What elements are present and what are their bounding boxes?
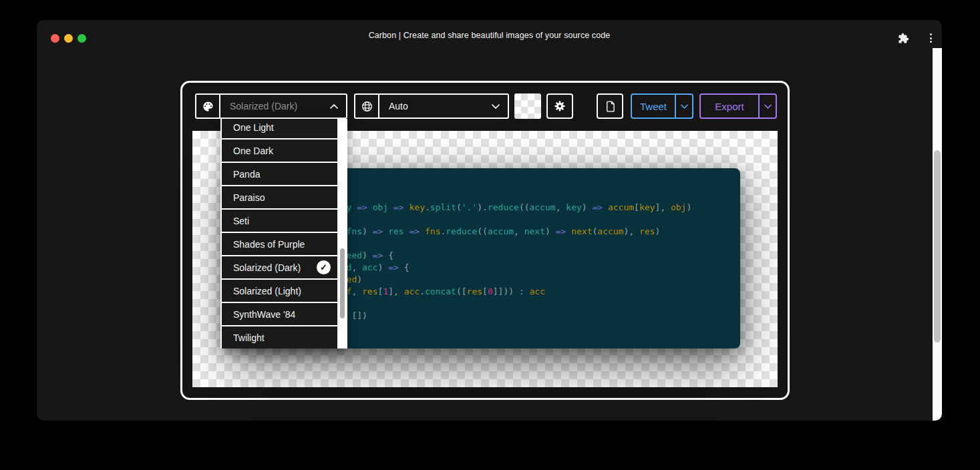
page-scrollbar-thumb[interactable] [934, 150, 941, 342]
settings-gear-icon [554, 100, 566, 112]
theme-dropdown-list: One LightOne DarkPandaParaisoSetiShades … [220, 119, 347, 348]
theme-option[interactable]: Seti [222, 210, 337, 232]
desktop: Carbon | Create and share beautiful imag… [0, 0, 980, 470]
dropdown-scrollbar-track[interactable] [337, 119, 347, 348]
theme-option-label: Shades of Purple [233, 239, 305, 250]
export-dropdown-arrow[interactable] [758, 95, 776, 118]
tweet-button-group: Tweet [631, 93, 693, 119]
theme-option-label: Solarized (Light) [233, 286, 301, 296]
theme-option-label: One Dark [233, 146, 273, 156]
theme-option-label: One Light [233, 122, 274, 133]
theme-option-label: Panda [233, 169, 260, 180]
export-button[interactable]: Export [701, 95, 758, 118]
language-select-value: Auto [379, 95, 492, 118]
theme-option[interactable]: Paraiso [222, 186, 337, 208]
language-selector[interactable]: Auto [354, 93, 509, 119]
tweet-dropdown-arrow[interactable] [675, 95, 692, 118]
theme-select-value: Solarized (Dark) [220, 95, 330, 118]
copy-button[interactable] [597, 93, 623, 119]
palette-icon [196, 95, 220, 118]
theme-option-label: Solarized (Dark) [233, 262, 301, 273]
globe-icon [355, 95, 379, 118]
theme-selector[interactable]: Solarized (Dark) [195, 93, 347, 119]
browser-titlebar: Carbon | Create and share beautiful imag… [37, 20, 942, 48]
theme-option[interactable]: Twilight [222, 326, 337, 348]
theme-option[interactable]: Solarized (Light) [222, 280, 337, 302]
extensions-puzzle-icon[interactable] [898, 33, 909, 44]
carbon-editor-frame: Solarized (Dark) Auto [180, 81, 790, 400]
settings-button[interactable] [546, 93, 573, 119]
theme-option[interactable]: Panda [222, 163, 337, 185]
chevron-up-icon [330, 95, 338, 118]
theme-option-label: Twilight [233, 332, 265, 343]
chevron-down-icon [492, 95, 500, 118]
export-button-group: Export [699, 93, 777, 119]
page-title: Carbon | Create and share beautiful imag… [37, 20, 942, 48]
theme-option[interactable]: One Dark [222, 140, 337, 162]
tweet-button[interactable]: Tweet [632, 95, 675, 118]
theme-option[interactable]: Solarized (Dark)✓ [222, 256, 337, 278]
theme-option-label: SynthWave '84 [233, 309, 295, 320]
background-color-swatch[interactable] [514, 93, 541, 119]
copy-icon [604, 100, 617, 113]
check-icon: ✓ [317, 260, 331, 274]
theme-option[interactable]: Shades of Purple [222, 233, 337, 255]
browser-menu-icon[interactable] [927, 32, 935, 44]
theme-option-label: Seti [233, 216, 249, 226]
theme-option-label: Paraiso [233, 192, 265, 203]
theme-option[interactable]: SynthWave '84 [222, 303, 337, 325]
theme-option[interactable]: One Light [222, 119, 337, 138]
browser-window: Carbon | Create and share beautiful imag… [37, 20, 942, 421]
page-scrollbar-track[interactable] [933, 48, 942, 421]
dropdown-scrollbar-thumb[interactable] [340, 248, 345, 318]
